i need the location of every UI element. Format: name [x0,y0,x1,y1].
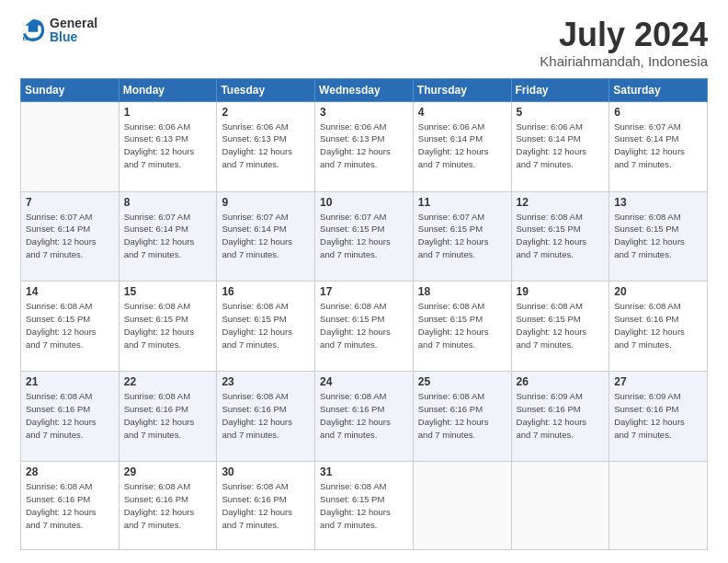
day-info: Sunrise: 6:07 AM Sunset: 6:14 PM Dayligh… [124,211,212,261]
day-info: Sunrise: 6:06 AM Sunset: 6:14 PM Dayligh… [418,121,506,171]
table-row: 14Sunrise: 6:08 AM Sunset: 6:15 PM Dayli… [21,282,119,372]
table-row: 28Sunrise: 6:08 AM Sunset: 6:16 PM Dayli… [21,462,119,550]
day-number: 22 [124,375,212,388]
table-row: 3Sunrise: 6:06 AM Sunset: 6:13 PM Daylig… [315,101,414,191]
day-number: 3 [320,106,408,119]
table-row: 12Sunrise: 6:08 AM Sunset: 6:15 PM Dayli… [511,191,609,282]
day-info: Sunrise: 6:06 AM Sunset: 6:13 PM Dayligh… [124,121,212,171]
header-sunday: Sunday [21,78,119,101]
day-number: 25 [418,375,506,388]
table-row [609,462,708,550]
day-info: Sunrise: 6:08 AM Sunset: 6:16 PM Dayligh… [26,390,114,441]
table-row: 24Sunrise: 6:08 AM Sunset: 6:16 PM Dayli… [315,372,414,462]
day-number: 16 [222,285,310,298]
logo: Blue General Blue [20,17,97,45]
calendar-week-row: 28Sunrise: 6:08 AM Sunset: 6:16 PM Dayli… [21,462,708,550]
table-row: 15Sunrise: 6:08 AM Sunset: 6:15 PM Dayli… [119,282,217,372]
day-info: Sunrise: 6:08 AM Sunset: 6:16 PM Dayligh… [26,480,114,531]
day-number: 31 [320,465,408,478]
day-number: 15 [124,285,212,298]
day-number: 1 [124,106,212,119]
table-row [511,462,609,550]
day-number: 23 [222,375,310,388]
day-info: Sunrise: 6:08 AM Sunset: 6:15 PM Dayligh… [26,300,114,350]
logo-blue-text: Blue [50,30,97,44]
weekday-header-row: Sunday Monday Tuesday Wednesday Thursday… [21,78,708,101]
table-row [21,101,119,191]
table-row: 19Sunrise: 6:08 AM Sunset: 6:15 PM Dayli… [511,282,609,372]
day-number: 13 [614,196,702,209]
table-row: 23Sunrise: 6:08 AM Sunset: 6:16 PM Dayli… [217,372,315,462]
table-row: 25Sunrise: 6:08 AM Sunset: 6:16 PM Dayli… [413,372,511,462]
day-info: Sunrise: 6:08 AM Sunset: 6:15 PM Dayligh… [418,300,506,350]
day-info: Sunrise: 6:08 AM Sunset: 6:16 PM Dayligh… [222,480,310,531]
day-number: 28 [26,465,114,478]
day-number: 7 [26,196,114,209]
table-row: 2Sunrise: 6:06 AM Sunset: 6:13 PM Daylig… [217,101,315,191]
table-row: 10Sunrise: 6:07 AM Sunset: 6:15 PM Dayli… [315,191,414,282]
day-number: 14 [26,285,114,298]
header-thursday: Thursday [413,78,511,101]
day-info: Sunrise: 6:08 AM Sunset: 6:15 PM Dayligh… [320,300,408,350]
day-info: Sunrise: 6:08 AM Sunset: 6:15 PM Dayligh… [517,300,605,350]
header: Blue General Blue July 2024 Khairiahmand… [20,17,708,69]
table-row: 18Sunrise: 6:08 AM Sunset: 6:15 PM Dayli… [413,282,511,372]
table-row: 9Sunrise: 6:07 AM Sunset: 6:14 PM Daylig… [217,191,315,282]
day-info: Sunrise: 6:08 AM Sunset: 6:16 PM Dayligh… [124,390,212,441]
day-number: 9 [222,196,310,209]
table-row: 13Sunrise: 6:08 AM Sunset: 6:15 PM Dayli… [609,191,708,282]
day-info: Sunrise: 6:07 AM Sunset: 6:14 PM Dayligh… [614,121,702,171]
day-info: Sunrise: 6:08 AM Sunset: 6:16 PM Dayligh… [614,300,702,350]
day-number: 21 [26,375,114,388]
table-row: 7Sunrise: 6:07 AM Sunset: 6:14 PM Daylig… [21,191,119,282]
table-row: 26Sunrise: 6:09 AM Sunset: 6:16 PM Dayli… [511,372,609,462]
day-info: Sunrise: 6:09 AM Sunset: 6:16 PM Dayligh… [517,390,605,441]
logo-text: General Blue [50,17,97,45]
calendar-week-row: 1Sunrise: 6:06 AM Sunset: 6:13 PM Daylig… [21,101,708,191]
day-info: Sunrise: 6:08 AM Sunset: 6:16 PM Dayligh… [320,390,408,441]
table-row: 29Sunrise: 6:08 AM Sunset: 6:16 PM Dayli… [119,462,217,550]
day-info: Sunrise: 6:09 AM Sunset: 6:16 PM Dayligh… [614,390,702,441]
day-number: 11 [418,196,506,209]
table-row: 6Sunrise: 6:07 AM Sunset: 6:14 PM Daylig… [609,101,708,191]
calendar-week-row: 21Sunrise: 6:08 AM Sunset: 6:16 PM Dayli… [21,372,708,462]
table-row: 22Sunrise: 6:08 AM Sunset: 6:16 PM Dayli… [119,372,217,462]
day-number: 4 [418,106,506,119]
calendar-week-row: 14Sunrise: 6:08 AM Sunset: 6:15 PM Dayli… [21,282,708,372]
day-info: Sunrise: 6:08 AM Sunset: 6:15 PM Dayligh… [517,211,605,261]
day-info: Sunrise: 6:08 AM Sunset: 6:15 PM Dayligh… [614,211,702,261]
table-row: 30Sunrise: 6:08 AM Sunset: 6:16 PM Dayli… [217,462,315,550]
day-number: 6 [614,106,702,119]
day-info: Sunrise: 6:08 AM Sunset: 6:16 PM Dayligh… [222,390,310,441]
day-number: 10 [320,196,408,209]
table-row: 27Sunrise: 6:09 AM Sunset: 6:16 PM Dayli… [609,372,708,462]
day-info: Sunrise: 6:06 AM Sunset: 6:14 PM Dayligh… [517,121,605,171]
table-row: 21Sunrise: 6:08 AM Sunset: 6:16 PM Dayli… [21,372,119,462]
table-row [413,462,511,550]
day-info: Sunrise: 6:07 AM Sunset: 6:15 PM Dayligh… [418,211,506,261]
calendar-table: Sunday Monday Tuesday Wednesday Thursday… [20,78,708,550]
day-info: Sunrise: 6:08 AM Sunset: 6:15 PM Dayligh… [124,300,212,350]
table-row: 16Sunrise: 6:08 AM Sunset: 6:15 PM Dayli… [217,282,315,372]
svg-text:Blue: Blue [23,36,36,42]
logo-general-text: General [50,17,97,30]
table-row: 17Sunrise: 6:08 AM Sunset: 6:15 PM Dayli… [315,282,414,372]
day-number: 5 [517,106,605,119]
day-info: Sunrise: 6:06 AM Sunset: 6:13 PM Dayligh… [222,121,310,171]
table-row: 8Sunrise: 6:07 AM Sunset: 6:14 PM Daylig… [119,191,217,282]
table-row: 20Sunrise: 6:08 AM Sunset: 6:16 PM Dayli… [609,282,708,372]
day-info: Sunrise: 6:07 AM Sunset: 6:15 PM Dayligh… [320,211,408,261]
day-number: 20 [614,285,702,298]
table-row: 31Sunrise: 6:08 AM Sunset: 6:15 PM Dayli… [315,462,414,550]
day-number: 2 [222,106,310,119]
table-row: 11Sunrise: 6:07 AM Sunset: 6:15 PM Dayli… [413,191,511,282]
day-info: Sunrise: 6:06 AM Sunset: 6:13 PM Dayligh… [320,121,408,171]
day-number: 30 [222,465,310,478]
title-block: July 2024 Khairiahmandah, Indonesia [540,17,708,69]
day-info: Sunrise: 6:07 AM Sunset: 6:14 PM Dayligh… [26,211,114,261]
day-number: 27 [614,375,702,388]
day-number: 8 [124,196,212,209]
header-saturday: Saturday [609,78,708,101]
page: Blue General Blue July 2024 Khairiahmand… [0,0,728,563]
header-monday: Monday [119,78,217,101]
